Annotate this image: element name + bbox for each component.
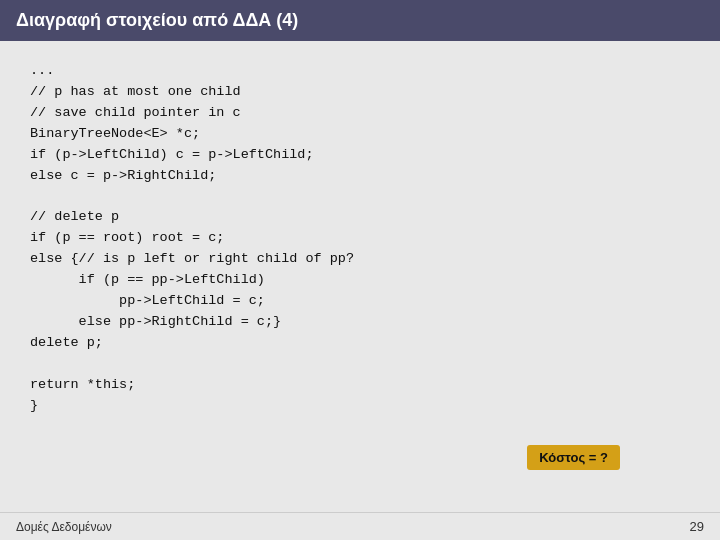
code-block: ... // p has at most one child // save c…	[30, 61, 690, 417]
footer-page-number: 29	[690, 519, 704, 534]
slide-header: Διαγραφή στοιχείου από ΔΔΑ (4)	[0, 0, 720, 41]
footer: Δομές Δεδομένων 29	[0, 512, 720, 540]
kostос-badge: Κόστος = ?	[527, 445, 620, 470]
slide: Διαγραφή στοιχείου από ΔΔΑ (4) ... // p …	[0, 0, 720, 540]
content-area: ... // p has at most one child // save c…	[0, 41, 720, 427]
footer-left-label: Δομές Δεδομένων	[16, 520, 112, 534]
header-title: Διαγραφή στοιχείου από ΔΔΑ (4)	[16, 10, 298, 30]
